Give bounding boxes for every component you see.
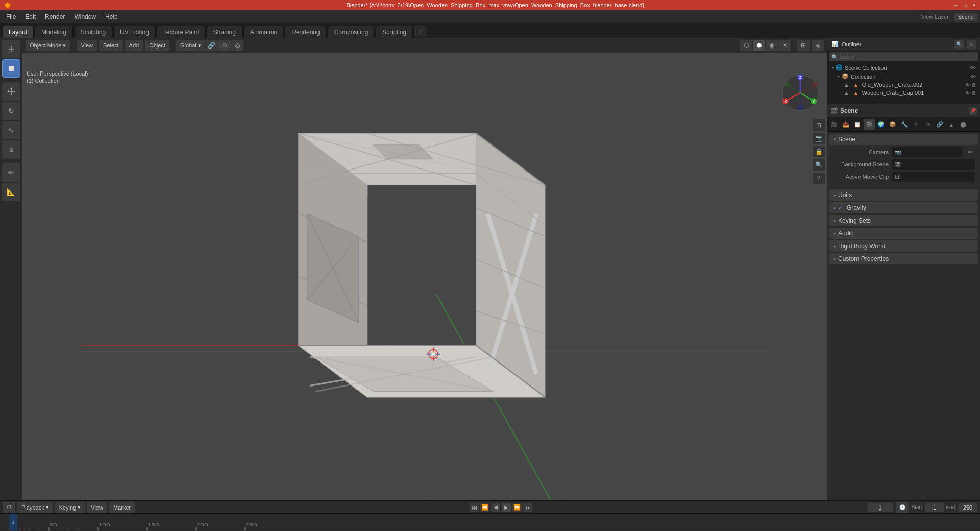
- tool-cursor[interactable]: ✛: [2, 40, 20, 58]
- rigid-body-header[interactable]: ▸ Rigid Body World: [829, 240, 978, 252]
- tool-move[interactable]: [2, 82, 20, 101]
- zoom-extents-button[interactable]: 🔍: [813, 159, 825, 171]
- menu-edit[interactable]: Edit: [21, 11, 40, 22]
- viewport[interactable]: Object Mode ▾ View Select Add Object Glo…: [22, 38, 827, 500]
- bg-scene-value[interactable]: 🎬: [892, 159, 975, 170]
- tab-rendering[interactable]: Rendering: [285, 26, 326, 38]
- properties-pin-button[interactable]: 📌: [969, 107, 977, 115]
- solid-mode[interactable]: ⬢: [753, 40, 765, 51]
- menu-file[interactable]: File: [2, 11, 20, 22]
- proportional-edit[interactable]: ⊙: [218, 40, 231, 51]
- prop-tab-object[interactable]: 📦: [887, 119, 898, 130]
- lock-camera-button[interactable]: 🔒: [813, 146, 825, 157]
- tab-uv-editing[interactable]: UV Editing: [113, 26, 156, 38]
- jump-to-start[interactable]: ⏮: [470, 503, 479, 512]
- cap-eye-icon[interactable]: 👁: [965, 90, 970, 96]
- audio-header[interactable]: ▸ Audio: [829, 228, 978, 239]
- snap-settings[interactable]: ◎: [231, 40, 243, 51]
- tab-modeling[interactable]: Modeling: [35, 26, 73, 38]
- help-button[interactable]: ?: [813, 173, 825, 184]
- object-menu[interactable]: Object: [145, 40, 169, 51]
- menu-render[interactable]: Render: [41, 11, 69, 22]
- custom-props-header[interactable]: ▸ Custom Properties: [829, 253, 978, 264]
- prop-tab-physics[interactable]: ⚖: [922, 119, 934, 130]
- collection-visibility[interactable]: 👁: [970, 74, 976, 80]
- movie-clip-value[interactable]: 🎞: [892, 172, 975, 182]
- tool-select[interactable]: ⬜: [2, 59, 20, 78]
- timeline-marker-menu[interactable]: Marker: [109, 502, 135, 513]
- prop-tab-world[interactable]: 🌍: [875, 119, 887, 130]
- outliner-sync-button[interactable]: ↕: [967, 40, 976, 49]
- prop-tab-particles[interactable]: ⚛: [911, 119, 922, 130]
- tool-rotate[interactable]: ↻: [2, 102, 20, 120]
- prop-tab-constraints[interactable]: 🔗: [934, 119, 945, 130]
- tab-texture-paint[interactable]: Texture Paint: [157, 26, 206, 38]
- frame-rate-icon[interactable]: 🕐: [896, 502, 909, 513]
- gravity-checkbox[interactable]: ✓: [838, 205, 843, 211]
- add-workspace-button[interactable]: +: [414, 26, 426, 37]
- tool-transform[interactable]: ⊞: [2, 140, 20, 159]
- gizmo-button[interactable]: ◈: [812, 40, 824, 51]
- wireframe-mode[interactable]: ⬡: [740, 40, 752, 51]
- timeline-keying-menu[interactable]: Keying ▾: [55, 502, 85, 513]
- overlay-button[interactable]: ⊞: [797, 40, 810, 51]
- keying-sets-header[interactable]: ▸ Keying Sets: [829, 215, 978, 226]
- scene-section-header[interactable]: ▾ Scene: [829, 134, 978, 145]
- crate1-eye-icon[interactable]: 👁: [965, 82, 970, 88]
- outliner-crate-cap[interactable]: ▲ ▲ Wooden_Crate_Cap.001 👁 ⚙: [840, 89, 980, 97]
- tab-shading[interactable]: Shading: [207, 26, 242, 38]
- tab-layout[interactable]: Layout: [2, 26, 34, 38]
- rendered-mode[interactable]: ☀: [778, 40, 791, 51]
- outliner-search-bar[interactable]: 🔍 Search...: [829, 52, 978, 61]
- outliner-scene-collection[interactable]: ▾ 🌐 Scene Collection 👁: [827, 63, 980, 72]
- camera-edit-btn[interactable]: ✏: [966, 147, 975, 157]
- start-frame-value[interactable]: 1: [925, 503, 944, 512]
- prop-tab-modifier[interactable]: 🔧: [899, 119, 910, 130]
- minimize-button[interactable]: ─: [952, 2, 960, 9]
- tool-scale[interactable]: ⤡: [2, 121, 20, 139]
- select-menu[interactable]: Select: [99, 40, 123, 51]
- object-mode-dropdown[interactable]: Object Mode ▾: [26, 40, 70, 51]
- timeline-playback-menu[interactable]: Playback ▾: [17, 502, 53, 513]
- prop-tab-scene[interactable]: 🎬: [864, 119, 875, 130]
- timeline-ruler[interactable]: 1 50 100 150 200 250: [0, 514, 980, 531]
- close-button[interactable]: ✕: [971, 2, 978, 9]
- prop-tab-output[interactable]: 📤: [840, 119, 851, 130]
- prop-tab-view-layer[interactable]: 📋: [852, 119, 863, 130]
- play-forward[interactable]: ▶: [502, 503, 511, 512]
- timeline-type-icon[interactable]: ⏱: [3, 502, 15, 513]
- units-header[interactable]: ▸ Units: [829, 189, 978, 201]
- play-backward[interactable]: ◀: [491, 503, 500, 512]
- tab-animation[interactable]: Animation: [243, 26, 284, 38]
- camera-to-view-button[interactable]: 📷: [813, 133, 825, 144]
- camera-value[interactable]: 📷: [892, 147, 963, 157]
- tab-compositing[interactable]: Compositing: [328, 26, 375, 38]
- material-preview[interactable]: ◉: [766, 40, 778, 51]
- jump-to-end[interactable]: ⏭: [523, 503, 532, 512]
- current-frame-display[interactable]: 1: [868, 503, 893, 512]
- prop-tab-material[interactable]: ⬤: [958, 119, 969, 130]
- outliner-crate-1[interactable]: ▲ ▲ Old_Wooden_Crate.002 👁 ⚙: [840, 81, 980, 89]
- menu-window[interactable]: Window: [70, 11, 100, 22]
- add-menu[interactable]: Add: [125, 40, 143, 51]
- menu-help[interactable]: Help: [101, 11, 122, 22]
- cap-extra-icon[interactable]: ⚙: [971, 90, 976, 96]
- tool-measure[interactable]: 📐: [2, 183, 20, 201]
- tab-sculpting[interactable]: Sculpting: [74, 26, 112, 38]
- outliner-collection[interactable]: ▾ 📦 Collection 👁: [834, 72, 980, 81]
- outliner-filter-button[interactable]: 🔍: [954, 40, 964, 49]
- jump-next-keyframe[interactable]: ⏩: [512, 503, 522, 512]
- jump-prev-keyframe[interactable]: ⏪: [480, 503, 489, 512]
- prop-tab-data[interactable]: ▲: [946, 119, 957, 130]
- scene-collection-visibility[interactable]: 👁: [970, 65, 976, 71]
- gravity-header[interactable]: ▸ ✓ Gravity: [829, 202, 978, 213]
- maximize-button[interactable]: □: [962, 2, 969, 9]
- tool-annotate[interactable]: ✏: [2, 163, 20, 182]
- global-dropdown[interactable]: Global ▾: [176, 40, 205, 51]
- view-menu[interactable]: View: [77, 40, 97, 51]
- tab-scripting[interactable]: Scripting: [376, 26, 413, 38]
- prop-tab-render[interactable]: 🎥: [828, 119, 840, 130]
- view-selected-button[interactable]: ⊡: [813, 119, 825, 131]
- timeline-view-menu[interactable]: View: [87, 502, 107, 513]
- scene-area[interactable]: User Perspective (Local) (1) Collection …: [22, 53, 827, 500]
